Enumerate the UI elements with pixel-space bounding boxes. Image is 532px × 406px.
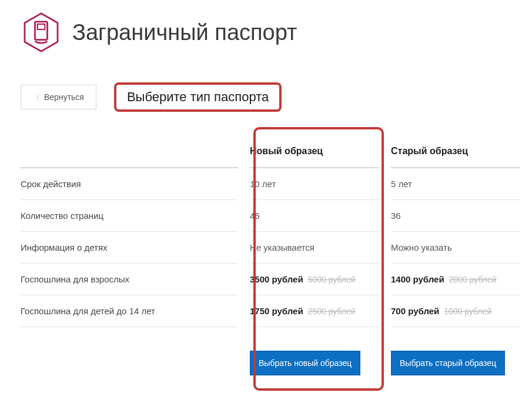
chevron-left-icon: 〈 bbox=[33, 93, 39, 102]
children-old: Можно указать bbox=[391, 232, 520, 264]
button-cell-new: Выбрать новый образец bbox=[250, 327, 379, 386]
table-header-old: Старый образец bbox=[391, 135, 520, 168]
row-label-fee-child: Госпошлина для детей до 14 лет bbox=[21, 295, 238, 327]
row-label-validity: Срок действия bbox=[21, 168, 238, 200]
fee-adult-new-strike: 5000 рублей bbox=[308, 275, 356, 284]
subheader: 〈 Вернуться Выберите тип паспорта bbox=[21, 82, 511, 112]
choose-new-button[interactable]: Выбрать новый образец bbox=[250, 351, 360, 375]
fee-adult-old: 1400 рублей 2000 рублей bbox=[391, 264, 520, 295]
children-new: Не указывается bbox=[250, 232, 379, 264]
table-header-new: Новый образец bbox=[250, 135, 379, 168]
back-button-label: Вернуться bbox=[44, 92, 84, 102]
fee-adult-new: 3500 рублей 5000 рублей bbox=[250, 264, 379, 295]
fee-adult-old-strike: 2000 рублей bbox=[449, 275, 497, 284]
page-header: Заграничный паспорт bbox=[21, 12, 511, 53]
button-cell-old: Выбрать старый образец bbox=[391, 327, 520, 386]
back-button[interactable]: 〈 Вернуться bbox=[21, 85, 96, 109]
page-title: Заграничный паспорт bbox=[72, 20, 297, 45]
choose-old-button[interactable]: Выбрать старый образец bbox=[391, 351, 505, 375]
fee-child-old-strike: 1000 рублей bbox=[444, 307, 491, 316]
row-label-children: Информация о детях bbox=[21, 232, 238, 264]
fee-adult-new-value: 3500 рублей bbox=[250, 274, 303, 284]
button-row-empty bbox=[21, 327, 238, 386]
passport-icon bbox=[21, 12, 62, 53]
subtitle-highlight: Выберите тип паспорта bbox=[114, 82, 282, 112]
fee-child-old: 700 рублей 1000 рублей bbox=[391, 295, 520, 327]
validity-new: 10 лет bbox=[250, 168, 379, 200]
fee-child-new: 1750 рублей 2500 рублей bbox=[250, 295, 379, 327]
row-label-pages: Количество страниц bbox=[21, 200, 238, 232]
validity-old: 5 лет bbox=[391, 168, 520, 200]
fee-child-new-value: 1750 рублей bbox=[250, 306, 303, 316]
pages-new: 46 bbox=[250, 200, 379, 232]
subtitle-text: Выберите тип паспорта bbox=[127, 89, 269, 104]
pages-old: 36 bbox=[391, 200, 520, 232]
fee-adult-old-value: 1400 рублей bbox=[391, 274, 444, 284]
fee-child-new-strike: 2500 рублей bbox=[308, 307, 356, 316]
comparison-table: Новый образец Старый образец Срок действ… bbox=[21, 135, 511, 386]
svg-rect-2 bbox=[38, 24, 45, 29]
table-header-empty bbox=[21, 135, 238, 168]
svg-marker-0 bbox=[25, 14, 58, 51]
row-label-fee-adult: Госпошлина для взрослых bbox=[21, 264, 238, 295]
fee-child-old-value: 700 рублей bbox=[391, 306, 439, 316]
